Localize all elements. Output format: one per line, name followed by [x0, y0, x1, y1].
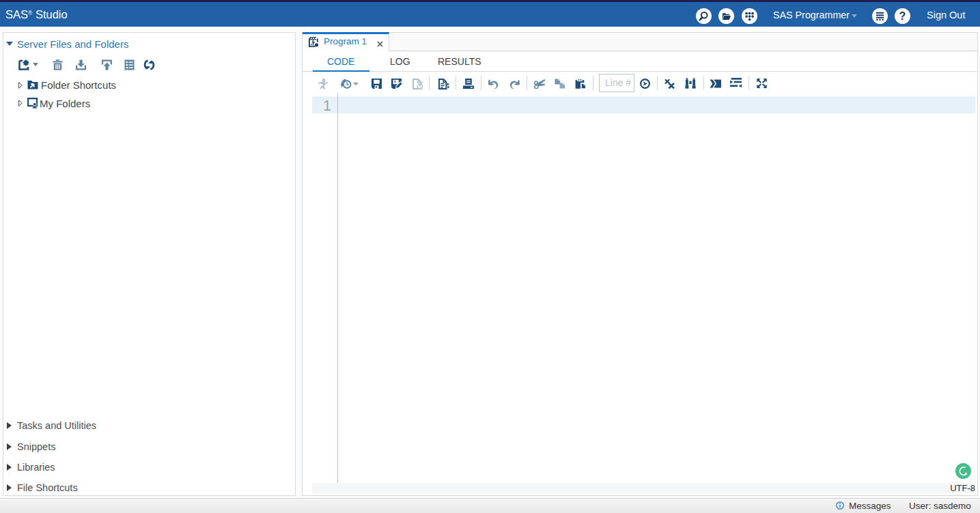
svg-text:?: ?	[899, 10, 906, 22]
